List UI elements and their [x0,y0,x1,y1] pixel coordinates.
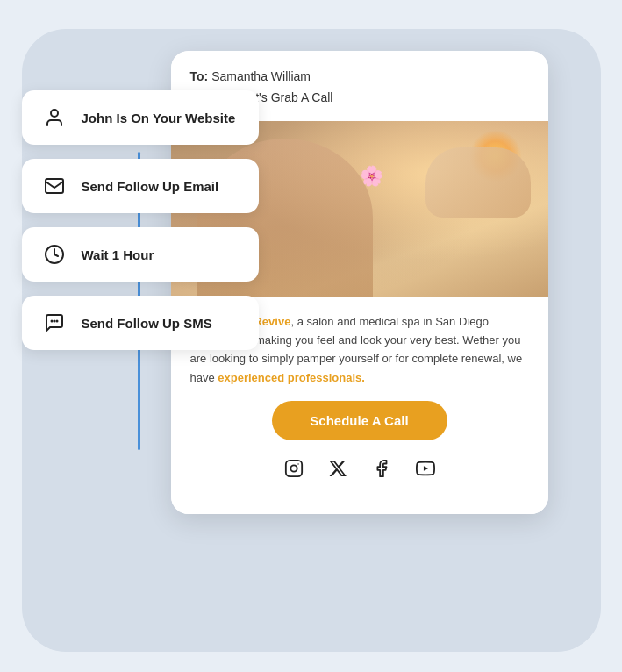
outer-container: John Is On Your Website Send Follow Up E… [22,20,601,652]
spa-hands-silhouette [425,147,531,218]
flower-decoration: 🌸 [360,165,383,188]
youtube-icon[interactable] [413,456,438,481]
facebook-icon[interactable] [369,456,394,481]
svg-rect-1 [46,179,63,193]
svg-point-8 [297,464,298,465]
svg-point-0 [51,110,58,117]
send-follow-up-email-label: Send Follow Up Email [82,179,219,194]
clock-icon [39,239,69,269]
to-label: To: [190,69,209,83]
send-follow-up-sms-label: Send Follow Up SMS [82,316,212,331]
to-value: Samantha William [211,69,311,83]
workflow-cards: John Is On Your Website Send Follow Up E… [22,90,259,350]
svg-rect-6 [285,461,301,476]
svg-marker-9 [423,467,427,472]
social-icons-row [190,456,529,498]
svg-point-7 [290,466,297,472]
workflow-card-john[interactable]: John Is On Your Website [22,90,259,145]
twitter-icon[interactable] [325,456,350,481]
workflow-card-sms[interactable]: Send Follow Up SMS [22,296,259,350]
schedule-call-button[interactable]: Schedule A Call [272,401,447,440]
person-icon [39,103,69,132]
wait-1-hour-label: Wait 1 Hour [82,247,154,262]
highlight-text: experienced professionals. [218,371,365,384]
sms-icon [39,308,69,338]
email-to: To: Samantha William [190,67,529,88]
john-on-website-label: John Is On Your Website [82,111,236,125]
workflow-card-wait[interactable]: Wait 1 Hour [22,227,259,282]
email-icon [39,171,69,201]
workflow-card-email[interactable]: Send Follow Up Email [22,159,259,213]
instagram-icon[interactable] [282,456,306,481]
